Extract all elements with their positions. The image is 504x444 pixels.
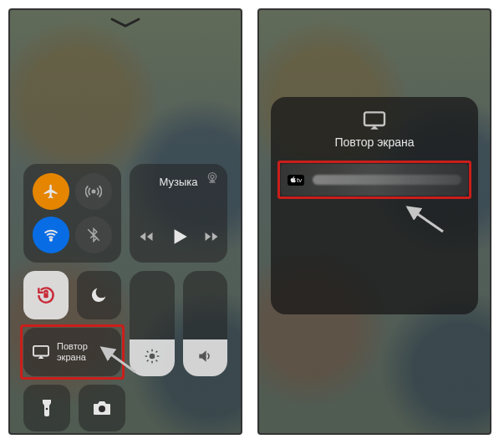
svg-line-12 <box>155 360 157 362</box>
device-name-redacted <box>313 175 461 185</box>
airplane-icon <box>43 183 59 200</box>
svg-point-0 <box>93 190 95 192</box>
now-playing-tile[interactable]: Музыка <box>130 164 227 263</box>
sun-icon <box>144 348 160 365</box>
now-playing-title: Музыка <box>160 176 198 188</box>
do-not-disturb-toggle[interactable] <box>77 271 122 319</box>
volume-slider[interactable] <box>183 271 228 376</box>
moon-icon <box>89 286 108 304</box>
apple-logo-icon <box>290 176 296 183</box>
svg-point-1 <box>50 239 52 241</box>
screen-mirroring-panel: Повтор экрана tv <box>271 97 478 314</box>
screenshot-left-control-center: Музыка <box>8 8 242 435</box>
apple-tv-badge: tv <box>288 175 304 186</box>
next-track-button[interactable] <box>203 228 220 245</box>
rotation-lock-icon <box>35 284 57 306</box>
media-controls <box>138 226 220 248</box>
camera-icon <box>92 400 112 416</box>
airplane-mode-toggle[interactable] <box>33 173 69 210</box>
speaker-icon <box>196 348 213 365</box>
rotation-lock-toggle[interactable] <box>23 271 69 319</box>
airplay-audio-icon <box>206 171 219 184</box>
camera-button[interactable] <box>79 385 125 431</box>
svg-rect-19 <box>364 112 384 125</box>
svg-line-14 <box>155 351 157 353</box>
bluetooth-icon <box>86 227 101 242</box>
apple-tv-badge-text: tv <box>297 176 302 184</box>
svg-point-16 <box>46 408 48 411</box>
chevron-down-icon <box>109 17 142 28</box>
screen-mirroring-button[interactable]: Повтор экрана <box>23 328 121 376</box>
row-lock-dnd <box>23 271 121 319</box>
connectivity-group <box>23 164 121 263</box>
wifi-toggle[interactable] <box>33 217 69 253</box>
screenshot-right-mirroring-panel: Повтор экрана tv <box>257 8 491 435</box>
svg-line-11 <box>147 351 149 353</box>
screen-mirror-icon <box>362 110 387 130</box>
svg-rect-5 <box>43 293 48 298</box>
previous-track-button[interactable] <box>138 228 155 245</box>
svg-point-17 <box>99 406 105 412</box>
panel-title: Повтор экрана <box>334 135 414 149</box>
mirroring-device-row[interactable]: tv <box>281 164 468 196</box>
svg-point-6 <box>149 354 155 360</box>
wifi-icon <box>43 227 59 243</box>
brightness-slider[interactable] <box>130 271 175 376</box>
screen-mirror-icon <box>32 344 50 360</box>
bluetooth-toggle[interactable] <box>75 217 112 253</box>
svg-line-13 <box>147 360 149 362</box>
flashlight-button[interactable] <box>23 385 70 431</box>
svg-point-3 <box>211 175 214 178</box>
screen-mirroring-label: Повтор экрана <box>57 341 88 363</box>
svg-rect-15 <box>33 346 48 356</box>
shortcut-row <box>23 385 227 435</box>
cellular-data-toggle[interactable] <box>75 173 112 210</box>
cellular-antenna-icon <box>85 183 102 200</box>
sliders-group <box>130 271 227 376</box>
control-center-grid: Музыка <box>23 164 227 423</box>
play-button[interactable] <box>168 226 190 248</box>
flashlight-icon <box>39 398 54 418</box>
